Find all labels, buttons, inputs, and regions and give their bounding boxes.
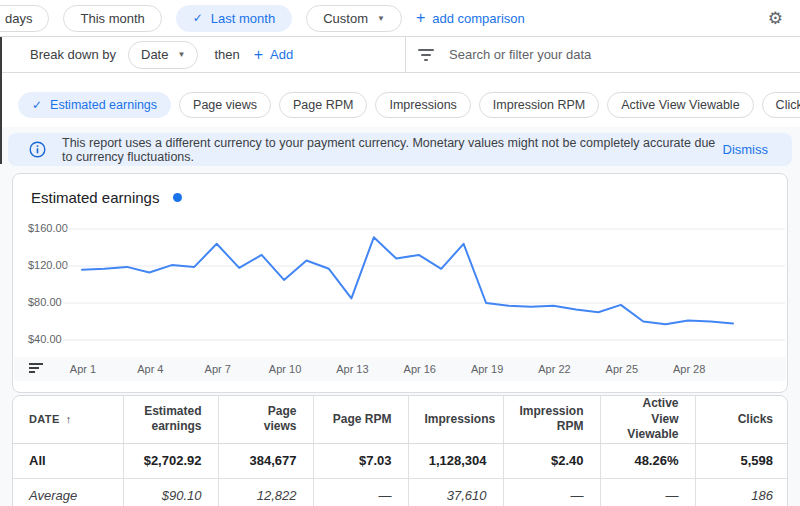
metric-tab-page-views[interactable]: Page views [179,92,271,118]
chevron-down-icon: ▼ [177,50,185,59]
date-range-button-this-month[interactable]: This month [63,5,161,32]
column-header-impression-rpm[interactable]: Impression RPM [503,396,600,443]
table-body: All$2,702.92384,677$7.031,128,304$2.4048… [13,443,788,506]
add-breakdown-label: Add [270,47,293,62]
date-range-button-label: days [5,11,32,26]
cell-value: $90.10 [123,478,218,506]
date-range-bar: daysThis month✓Last monthCustom▼ + add c… [0,0,800,37]
dismiss-button[interactable]: Dismiss [723,142,769,157]
breakdown-controls: Break down by Date ▼ then + Add [0,37,406,72]
column-header-label: DATE [29,413,60,425]
table-header-row: DATE↑Estimated earningsPage viewsPage RP… [13,396,788,443]
x-axis-tick: Apr 22 [538,363,570,375]
x-axis-tick: Apr 19 [471,363,503,375]
cell-value: — [600,478,695,506]
content-area: This report uses a different currency to… [0,127,800,506]
cell-value: 186 [695,478,788,506]
then-label: then [214,47,239,62]
x-axis-tick: Apr 10 [269,363,301,375]
search-area [406,37,800,72]
cell-value: 48.26% [600,443,695,478]
add-comparison-label: add comparison [432,11,525,26]
column-header-page-rpm[interactable]: Page RPM [313,396,408,443]
cell-value: 384,677 [218,443,313,478]
x-axis-tick: Apr 4 [137,363,163,375]
axis-menu-icon[interactable] [29,363,43,373]
chart-plot: $160.00$120.00$80.00$40.00 [13,211,787,357]
search-input[interactable] [447,46,800,63]
cell-value: $2.40 [503,443,600,478]
plus-icon: + [416,9,425,27]
date-range-button-last-month[interactable]: ✓Last month [176,5,292,32]
column-header-estimated-earnings[interactable]: Estimated earnings [123,396,218,443]
breakdown-label: Break down by [30,47,116,62]
earnings-line-chart [13,211,787,357]
chart-card: Estimated earnings $160.00$120.00$80.00$… [12,173,788,393]
cell-value: $7.03 [313,443,408,478]
cell-value: 5,598 [695,443,788,478]
cell-value: $2,702.92 [123,443,218,478]
metric-tab-active-view-viewable[interactable]: Active View Viewable [607,92,753,118]
x-axis-tick: Apr 13 [336,363,368,375]
cell-value: 12,822 [218,478,313,506]
column-header-date[interactable]: DATE↑ [13,396,123,443]
x-axis-tick: Apr 7 [205,363,231,375]
column-header-active-view-viewable[interactable]: Active View Viewable [600,396,695,443]
chart-title: Estimated earnings [31,189,159,206]
column-header-label: Impression RPM [520,404,584,434]
table-row-average: Average$90.1012,822—37,610——186 [13,478,788,506]
filter-icon [418,49,434,61]
column-header-label: Page views [264,404,297,434]
dimension-select[interactable]: Date ▼ [128,41,198,69]
cell-value: — [313,478,408,506]
metric-tab-label: Estimated earnings [50,98,157,112]
metric-tab-label: Impressions [389,98,456,112]
date-range-button-label: Last month [211,11,275,26]
date-range-buttons: daysThis month✓Last monthCustom▼ [0,5,416,32]
column-header-label: Clicks [738,412,773,426]
gear-icon[interactable]: ⚙ [768,8,783,28]
add-comparison-button[interactable]: + add comparison [416,9,525,27]
date-range-button-custom[interactable]: Custom▼ [306,5,402,32]
info-icon [29,141,46,158]
plus-icon: + [254,46,263,64]
window-edge-artifact [0,37,2,164]
legend-dot-icon [173,193,182,202]
date-range-button-label: This month [80,11,144,26]
x-axis-tick: Apr 28 [673,363,705,375]
row-label: All [13,443,123,478]
x-axis-tick: Apr 16 [404,363,436,375]
column-header-clicks[interactable]: Clicks [695,396,788,443]
cell-value: 1,128,304 [408,443,503,478]
metric-tab-label: Page RPM [293,98,353,112]
report-table: DATE↑Estimated earningsPage viewsPage RP… [12,395,788,506]
chart-title-row: Estimated earnings [13,174,787,206]
earnings-series-line [82,237,733,324]
cell-value: — [503,478,600,506]
column-header-page-views[interactable]: Page views [218,396,313,443]
x-axis-band: Apr 1Apr 4Apr 7Apr 10Apr 13Apr 16Apr 19A… [14,357,786,381]
metric-tab-impression-rpm[interactable]: Impression RPM [479,92,599,118]
date-range-button-days[interactable]: days [0,5,49,32]
metric-tab-clicks[interactable]: Clicks [762,92,800,118]
metric-tab-estimated-earnings[interactable]: ✓Estimated earnings [18,92,171,118]
x-axis-tick: Apr 25 [606,363,638,375]
sort-up-arrow-icon: ↑ [66,413,72,425]
metric-tab-page-rpm[interactable]: Page RPM [279,92,367,118]
chevron-down-icon: ▼ [377,14,385,23]
metric-tabs-bar: ✓Estimated earningsPage viewsPage RPMImp… [0,73,800,127]
metric-tab-impressions[interactable]: Impressions [375,92,470,118]
table-row-all: All$2,702.92384,677$7.031,128,304$2.4048… [13,443,788,478]
currency-banner: This report uses a different currency to… [8,133,792,166]
metric-tab-label: Clicks [776,98,800,112]
column-header-label: Active View Viewable [627,396,678,441]
column-header-label: Estimated earnings [144,404,201,434]
check-icon: ✓ [193,11,203,25]
dimension-value: Date [141,47,168,62]
check-icon: ✓ [32,98,42,112]
column-header-label: Impressions [425,412,496,426]
date-range-button-label: Custom [323,11,368,26]
banner-text: This report uses a different currency to… [62,136,723,164]
column-header-impressions[interactable]: Impressions [408,396,503,443]
add-breakdown-button[interactable]: + Add [254,46,293,64]
